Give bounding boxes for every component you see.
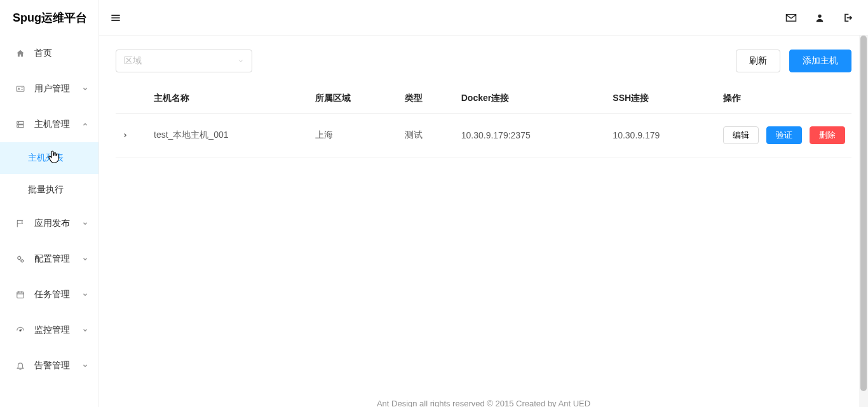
menu-label: 告警管理 — [34, 360, 82, 371]
app-logo: Spug运维平台 — [0, 0, 98, 36]
svg-point-9 — [21, 260, 24, 262]
svg-rect-18 — [111, 20, 119, 21]
submenu-item-batch-exec[interactable]: 批量执行 — [0, 174, 98, 206]
menu-item-tasks[interactable]: 任务管理 — [0, 277, 98, 312]
toolbar: 区域 刷新 添加主机 — [116, 50, 851, 72]
svg-rect-16 — [111, 15, 119, 16]
chevron-down-icon — [82, 220, 88, 227]
cell-type: 测试 — [398, 114, 455, 157]
svg-point-1 — [18, 88, 20, 89]
dashboard-icon — [15, 326, 25, 335]
refresh-button[interactable]: 刷新 — [736, 50, 780, 72]
menu-item-monitor[interactable]: 监控管理 — [0, 312, 98, 348]
menu-item-users[interactable]: 用户管理 — [0, 71, 98, 107]
page-content: 区域 刷新 添加主机 主机名称 所属区域 类型 Docker连接 — [99, 36, 868, 407]
server-icon — [15, 120, 25, 129]
chevron-up-icon — [82, 121, 88, 128]
cell-host-name: test_本地主机_001 — [147, 114, 309, 157]
chevron-down-icon — [82, 327, 88, 333]
scrollbar[interactable] — [859, 36, 868, 407]
cogs-icon — [15, 255, 25, 264]
col-type: 类型 — [398, 84, 455, 114]
flag-icon — [15, 219, 25, 228]
menu-item-alert[interactable]: 告警管理 — [0, 348, 98, 384]
hosts-table: 主机名称 所属区域 类型 Docker连接 SSH连接 操作 test_本地主机… — [116, 84, 851, 157]
main-menu: 首页 用户管理 主机管理 主机 — [0, 36, 98, 384]
scrollbar-thumb[interactable] — [860, 36, 867, 391]
footer-text: Ant Design all rights reserved © 2015 Cr… — [99, 392, 868, 407]
col-actions: 操作 — [717, 84, 851, 114]
svg-point-19 — [818, 14, 821, 17]
chevron-down-icon — [82, 256, 88, 262]
sidebar-toggle-button[interactable] — [111, 13, 121, 23]
table-row: test_本地主机_001 上海 测试 10.30.9.179:2375 10.… — [116, 114, 851, 157]
svg-rect-10 — [17, 292, 24, 298]
id-card-icon — [15, 84, 25, 93]
mail-icon[interactable] — [785, 12, 797, 23]
chevron-down-icon — [82, 86, 88, 92]
home-icon — [15, 49, 25, 58]
main-area: 区域 刷新 添加主机 主机名称 所属区域 类型 Docker连接 — [99, 0, 868, 407]
top-header — [99, 0, 868, 36]
menu-label: 用户管理 — [34, 83, 82, 95]
svg-rect-17 — [111, 17, 119, 18]
menu-label: 监控管理 — [34, 324, 82, 336]
menu-label: 应用发布 — [34, 218, 82, 229]
bell-icon — [15, 361, 25, 370]
user-icon[interactable] — [815, 13, 825, 23]
col-host-name: 主机名称 — [147, 84, 309, 114]
submenu-hosts: 主机列表 批量执行 — [0, 142, 98, 206]
svg-point-8 — [18, 257, 21, 260]
region-select[interactable]: 区域 — [116, 50, 252, 72]
logout-icon[interactable] — [843, 13, 853, 23]
menu-item-config[interactable]: 配置管理 — [0, 241, 98, 277]
expand-row-button[interactable] — [116, 114, 147, 157]
menu-item-app-publish[interactable]: 应用发布 — [0, 206, 98, 241]
add-host-button[interactable]: 添加主机 — [789, 50, 851, 72]
svg-line-15 — [20, 329, 22, 330]
edit-button[interactable]: 编辑 — [723, 126, 759, 144]
menu-item-home[interactable]: 首页 — [0, 36, 98, 71]
menu-label: 配置管理 — [34, 253, 82, 265]
cell-docker: 10.30.9.179:2375 — [455, 114, 607, 157]
calendar-icon — [15, 290, 25, 299]
col-region: 所属区域 — [309, 84, 398, 114]
cell-region: 上海 — [309, 114, 398, 157]
region-placeholder: 区域 — [124, 55, 142, 67]
menu-label: 主机管理 — [34, 119, 82, 130]
col-docker: Docker连接 — [455, 84, 607, 114]
verify-button[interactable]: 验证 — [766, 126, 802, 144]
chevron-down-icon — [82, 291, 88, 298]
menu-label: 任务管理 — [34, 289, 82, 300]
svg-point-7 — [18, 126, 19, 126]
chevron-down-icon — [82, 363, 88, 369]
cell-actions: 编辑 验证 删除 — [717, 114, 851, 157]
cell-ssh: 10.30.9.179 — [606, 114, 717, 157]
menu-label: 首页 — [34, 48, 88, 59]
col-ssh: SSH连接 — [606, 84, 717, 114]
chevron-down-icon — [238, 58, 244, 64]
svg-rect-0 — [17, 86, 24, 91]
sidebar: Spug运维平台 首页 用户管理 — [0, 0, 99, 407]
submenu-item-host-list[interactable]: 主机列表 — [0, 142, 98, 174]
svg-point-6 — [18, 123, 19, 123]
menu-item-hosts[interactable]: 主机管理 — [0, 107, 98, 142]
delete-button[interactable]: 删除 — [810, 126, 845, 144]
